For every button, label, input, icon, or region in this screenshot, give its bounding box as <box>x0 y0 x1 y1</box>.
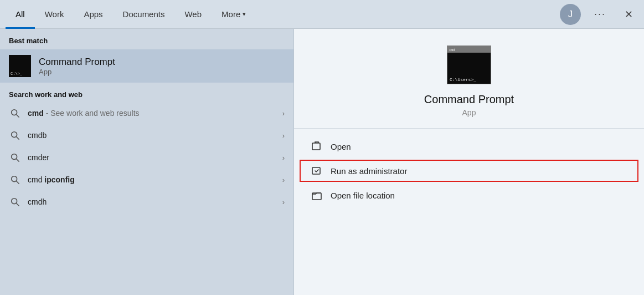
svg-line-9 <box>17 204 19 206</box>
tab-web[interactable]: Web <box>174 0 212 29</box>
svg-point-0 <box>12 110 17 115</box>
tab-all[interactable]: All <box>6 0 35 29</box>
best-match-label: Best match <box>0 29 293 49</box>
avatar[interactable]: J <box>560 4 581 25</box>
best-match-type: App <box>39 68 115 76</box>
best-match-item[interactable]: C:\>_ Command Prompt App <box>0 49 293 83</box>
list-item[interactable]: cmder › <box>0 146 293 169</box>
tab-more[interactable]: More ▾ <box>212 0 256 29</box>
chevron-right-icon: › <box>282 154 285 162</box>
list-item[interactable]: cmd - See work and web results › <box>0 102 293 124</box>
list-item[interactable]: cmd ipconfig › <box>0 169 293 191</box>
action-run-as-admin-label: Run as administrator <box>331 166 407 176</box>
chevron-right-icon: › <box>282 176 285 184</box>
admin-icon <box>311 165 323 177</box>
command-prompt-icon: C:\>_ <box>9 55 31 77</box>
tab-apps[interactable]: Apps <box>74 0 112 29</box>
tab-work[interactable]: Work <box>35 0 74 29</box>
open-icon <box>311 140 323 152</box>
action-open-file-location[interactable]: Open file location <box>294 183 644 207</box>
app-subtitle: App <box>462 108 476 117</box>
app-large-icon: cmd C:\Users>_ <box>447 45 491 84</box>
result-text: cmd - See work and web results <box>28 109 282 118</box>
chevron-right-icon: › <box>282 198 285 206</box>
svg-line-7 <box>17 181 19 184</box>
left-panel: Best match C:\>_ Command Prompt App Sear… <box>0 29 293 295</box>
search-icon <box>9 174 21 186</box>
svg-point-4 <box>12 154 17 160</box>
chevron-down-icon: ▾ <box>243 11 246 18</box>
result-text: cmd ipconfig <box>28 175 282 184</box>
best-match-info: Command Prompt App <box>39 57 115 76</box>
svg-rect-11 <box>312 167 320 174</box>
app-preview: cmd C:\Users>_ Command Prompt App <box>294 29 644 129</box>
app-title: Command Prompt <box>424 93 514 106</box>
right-panel: cmd C:\Users>_ Command Prompt App Open <box>293 29 644 295</box>
action-open[interactable]: Open <box>294 134 644 159</box>
chevron-right-icon: › <box>282 109 285 118</box>
action-open-file-location-label: Open file location <box>331 191 395 200</box>
ellipsis-button[interactable]: ··· <box>590 6 610 22</box>
result-text: cmdb <box>28 131 282 140</box>
list-item[interactable]: cmdh › <box>0 191 293 213</box>
svg-line-1 <box>17 115 19 118</box>
svg-point-2 <box>12 132 17 138</box>
svg-line-3 <box>17 137 19 140</box>
svg-point-6 <box>12 176 17 182</box>
list-item[interactable]: cmdb › <box>0 124 293 146</box>
tab-bar-right: J ··· ✕ <box>560 4 638 25</box>
best-match-name: Command Prompt <box>39 57 115 68</box>
file-location-icon <box>311 189 323 201</box>
svg-point-8 <box>12 199 17 204</box>
chevron-right-icon: › <box>282 131 285 140</box>
svg-rect-10 <box>312 143 320 150</box>
result-text: cmdh <box>28 197 282 206</box>
search-icon <box>9 107 21 119</box>
search-icon <box>9 129 21 141</box>
action-open-label: Open <box>331 142 351 151</box>
svg-line-5 <box>17 159 19 162</box>
search-section-label: Search work and web <box>0 83 293 102</box>
main-content: Best match C:\>_ Command Prompt App Sear… <box>0 29 644 295</box>
action-list: Open Run as administrator <box>294 129 644 213</box>
search-icon <box>9 196 21 208</box>
result-text: cmder <box>28 153 282 162</box>
tab-bar: All Work Apps Documents Web More ▾ J ···… <box>0 0 644 29</box>
tab-documents[interactable]: Documents <box>113 0 175 29</box>
search-icon <box>9 151 21 164</box>
close-button[interactable]: ✕ <box>619 6 638 23</box>
action-run-as-admin[interactable]: Run as administrator <box>294 159 644 183</box>
